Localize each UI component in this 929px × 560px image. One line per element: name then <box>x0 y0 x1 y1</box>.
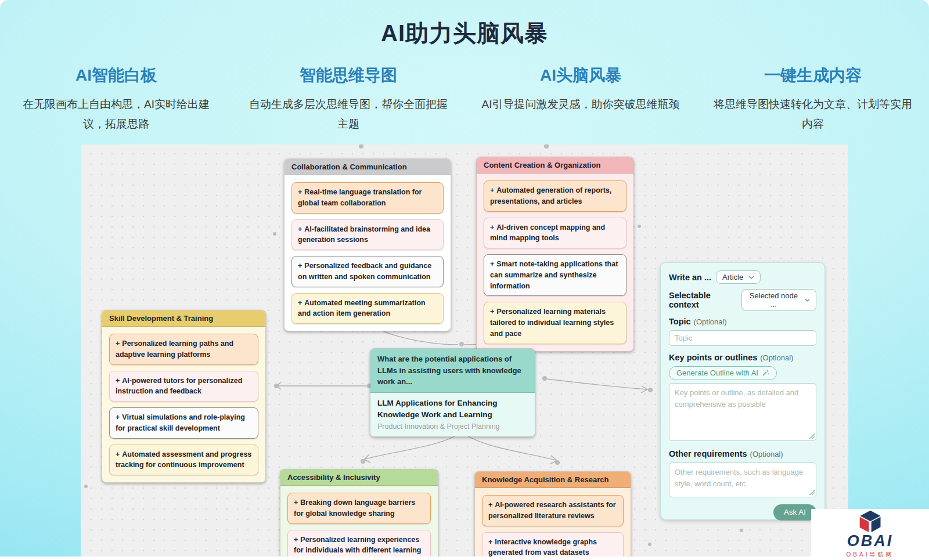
ask-ai-panel: Write an ... Article Selectable context … <box>660 262 825 520</box>
page-title: AI助力头脑风暴 <box>0 17 929 49</box>
feature-mindmap: 智能思维导图 自动生成多层次思维导图，帮你全面把握主题 <box>232 64 464 134</box>
central-title: LLM Applications for Enhancing Knowledge… <box>377 398 528 421</box>
topic-label-row: Topic(Optional) <box>669 316 816 327</box>
topic-input[interactable] <box>669 330 816 346</box>
mindmap-item[interactable]: +Personalized learning paths and adaptiv… <box>109 334 258 365</box>
bottom-divider <box>0 557 929 560</box>
keypoints-textarea-wrap <box>669 383 816 449</box>
plus-icon: + <box>116 377 120 385</box>
context-dropdown[interactable]: Selected node ... <box>741 289 816 311</box>
obai-logo: OBAI OBAI导航网 <box>811 509 929 560</box>
article-type-value: Article <box>722 273 743 281</box>
resize-handle-icon[interactable] <box>809 433 815 439</box>
mindmap-item[interactable]: +Personalized learning experiences for i… <box>287 530 431 557</box>
plus-icon: + <box>294 498 298 507</box>
mindmap-node-skill-development[interactable]: Skill Development & Training +Personaliz… <box>102 310 266 483</box>
topic-label: Topic <box>669 317 691 326</box>
node-title: Knowledge Acquisition & Research <box>475 472 631 488</box>
node-body: +Personalized learning paths and adaptiv… <box>102 327 265 482</box>
node-body: +AI-powered research assistants for pers… <box>475 488 631 557</box>
cube-logo-icon <box>857 510 884 533</box>
mindmap-item[interactable]: +Automated meeting summarization and act… <box>291 293 444 324</box>
plus-icon: + <box>490 186 494 194</box>
node-body: +Real-time language translation for glob… <box>285 175 451 331</box>
logo-text: OBAI <box>847 533 894 549</box>
node-title: Content Creation & Organization <box>477 157 633 174</box>
mindmap-item[interactable]: +Automated generation of reports, presen… <box>484 180 626 212</box>
resize-handle-icon[interactable] <box>809 490 815 495</box>
central-question: What are the potential applications of L… <box>370 349 535 393</box>
page: AI助力头脑风暴 AI智能白板 在无限画布上自由构思，AI实时给出建议，拓展思路… <box>0 0 929 560</box>
feature-title: AI头脑风暴 <box>481 64 680 86</box>
plus-icon: + <box>488 538 492 546</box>
article-type-dropdown[interactable]: Article <box>716 270 761 284</box>
mindmap-item[interactable]: +Personalized learning materials tailore… <box>484 302 626 344</box>
central-body: LLM Applications for Enhancing Knowledge… <box>370 393 535 437</box>
other-requirements-label: Other requirements <box>669 449 747 458</box>
mindmap-node-accessibility[interactable]: Accessibility & Inclusivity +Breaking do… <box>280 469 438 557</box>
plus-icon: + <box>488 501 492 509</box>
mindmap-node-content-creation[interactable]: Content Creation & Organization +Automat… <box>476 157 634 352</box>
feature-title: 智能思维导图 <box>249 64 448 86</box>
mindmap-item[interactable]: +Personalized feedback and guidance on w… <box>291 256 444 287</box>
feature-brainstorm: AI头脑风暴 AI引导提问激发灵感，助你突破思维瓶颈 <box>464 64 697 134</box>
node-body: +Automated generation of reports, presen… <box>477 174 633 351</box>
generate-outline-button[interactable]: Generate Outline with AI <box>669 366 777 380</box>
plus-icon: + <box>490 260 494 268</box>
feature-generate: 一键生成内容 将思维导图快速转化为文章、计划等实用内容 <box>697 64 929 134</box>
plus-icon: + <box>490 223 494 232</box>
chevron-down-icon <box>805 298 810 302</box>
feature-desc: 将思维导图快速转化为文章、计划等实用内容 <box>713 95 913 134</box>
optional-tag: (Optional) <box>694 317 727 326</box>
plus-icon: + <box>490 308 494 316</box>
keypoints-label: Key points or outlines <box>669 353 757 362</box>
keypoints-label-row: Key points or outlines(Optional) <box>669 352 816 363</box>
node-body: +Breaking down language barriers for glo… <box>280 486 438 557</box>
mindmap-item[interactable]: +Breaking down language barriers for glo… <box>287 493 431 524</box>
context-label: Selectable context <box>669 291 737 309</box>
mindmap-item[interactable]: +AI-facilitated brainstorming and idea g… <box>291 219 444 251</box>
mindmap-item[interactable]: +Smart note-taking applications that can… <box>484 254 626 296</box>
ask-ai-button[interactable]: Ask AI <box>773 504 816 521</box>
mindmap-item[interactable]: +AI-powered research assistants for pers… <box>482 495 624 526</box>
feature-desc: 自动生成多层次思维导图，帮你全面把握主题 <box>249 95 448 134</box>
mindmap-node-knowledge[interactable]: Knowledge Acquisition & Research +AI-pow… <box>474 471 631 557</box>
mindmap-item[interactable]: +AI-powered tutors for personalized inst… <box>109 371 258 402</box>
node-title: Collaboration & Communication <box>285 159 451 175</box>
context-row: Selectable context Selected node ... <box>669 289 816 311</box>
node-title: Accessibility & Inclusivity <box>280 469 438 486</box>
plus-icon: + <box>116 413 120 421</box>
plus-icon: + <box>294 536 298 544</box>
feature-columns: AI智能白板 在无限画布上自由构思，AI实时给出建议，拓展思路 智能思维导图 自… <box>0 64 929 134</box>
mindmap-item[interactable]: +Real-time language translation for glob… <box>291 182 444 214</box>
mindmap-canvas[interactable]: Collaboration & Communication +Real-time… <box>81 144 848 557</box>
optional-tag: (Optional) <box>750 450 783 458</box>
mindmap-node-collaboration[interactable]: Collaboration & Communication +Real-time… <box>284 158 451 331</box>
plus-icon: + <box>298 299 302 307</box>
feature-desc: AI引导提问激发灵感，助你突破思维瓶颈 <box>481 95 680 114</box>
other-label-row: Other requirements(Optional) <box>669 449 816 459</box>
plus-icon: + <box>298 225 302 233</box>
feature-title: AI智能白板 <box>16 64 216 86</box>
plus-icon: + <box>298 262 302 270</box>
other-textarea-wrap <box>669 463 816 504</box>
context-value: Selected node ... <box>748 291 800 309</box>
feature-title: 一键生成内容 <box>713 64 913 86</box>
feature-whiteboard: AI智能白板 在无限画布上自由构思，AI实时给出建议，拓展思路 <box>0 64 232 134</box>
mindmap-node-central[interactable]: What are the potential applications of L… <box>370 348 535 437</box>
mindmap-item[interactable]: +Virtual simulations and role-playing fo… <box>109 407 258 439</box>
mindmap-item[interactable]: +Automated assessment and progress track… <box>109 445 258 476</box>
write-an-label: Write an ... <box>669 273 711 282</box>
other-requirements-textarea[interactable] <box>669 463 816 497</box>
node-title: Skill Development & Training <box>102 310 265 327</box>
mindmap-item[interactable]: +Interactive knowledge graphs generated … <box>482 532 624 557</box>
hero-section: AI助力头脑风暴 AI智能白板 在无限画布上自由构思，AI实时给出建议，拓展思路… <box>0 0 929 134</box>
write-an-row: Write an ... Article <box>669 270 816 284</box>
plus-icon: + <box>116 339 120 348</box>
keypoints-textarea[interactable] <box>669 383 816 441</box>
feature-desc: 在无限画布上自由构思，AI实时给出建议，拓展思路 <box>16 95 216 134</box>
central-subtitle: Product Innovation & Project Planning <box>377 422 528 431</box>
panel-footer: Ask AI <box>669 504 816 521</box>
mindmap-item[interactable]: +AI-driven concept mapping and mind mapp… <box>484 218 626 249</box>
magic-wand-icon <box>762 369 769 377</box>
